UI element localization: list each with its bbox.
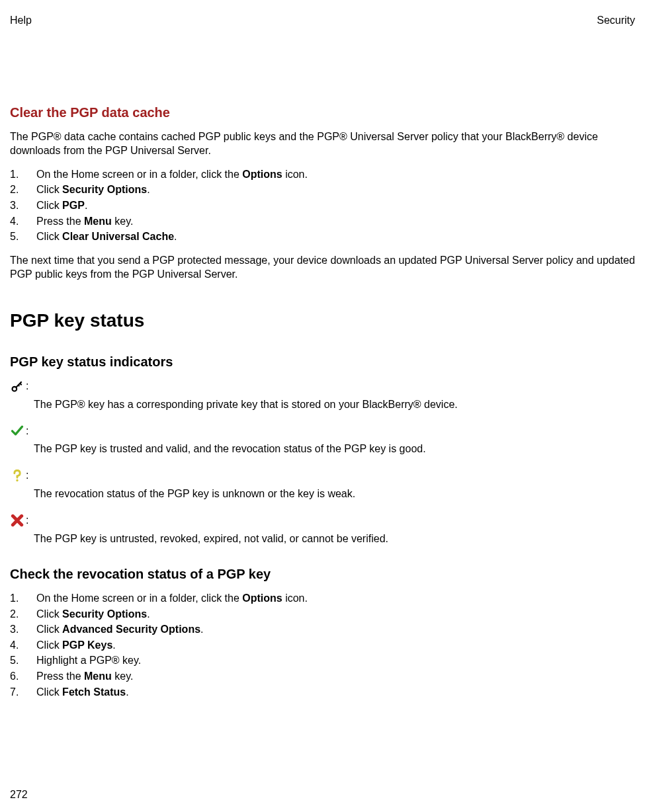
main-heading: PGP key status (10, 308, 635, 333)
step-number: 4. (10, 214, 26, 229)
step-text: key. (112, 670, 134, 682)
indicator-desc: The PGP key is untrusted, revoked, expir… (10, 532, 635, 546)
question-icon (10, 468, 24, 483)
step-bold: Security Options (62, 184, 147, 195)
x-icon (10, 513, 24, 528)
step-bold: Options (242, 592, 282, 604)
step-text: Click (36, 686, 62, 698)
step-item: 4.Click PGP Keys. (10, 638, 635, 653)
indicator-label: : (10, 423, 635, 438)
section1-title: Clear the PGP data cache (10, 104, 635, 122)
step-item: 1.On the Home screen or in a folder, cli… (10, 591, 635, 606)
indicator-label: : (10, 468, 635, 483)
step-number: 1. (10, 167, 26, 182)
step-text: Click (36, 624, 62, 635)
step-text: Click (36, 184, 62, 195)
step-bold: Advanced Security Options (62, 624, 200, 635)
indicator-desc: The revocation status of the PGP key is … (10, 487, 635, 501)
step-item: 7.Click Fetch Status. (10, 685, 635, 700)
svg-line-3 (19, 385, 20, 386)
step-text: . (200, 624, 203, 635)
svg-point-4 (16, 479, 18, 481)
section3-title: Check the revocation status of a PGP key (10, 565, 635, 583)
step-item: 2.Click Security Options. (10, 183, 635, 197)
page-header: Help Security (10, 13, 635, 28)
section1-steps: 1.On the Home screen or in a folder, cli… (10, 167, 635, 244)
svg-line-2 (20, 384, 21, 386)
indicator-row: : The PGP key is untrusted, revoked, exp… (10, 513, 635, 546)
indicator-row: : The PGP key is trusted and valid, and … (10, 423, 635, 456)
step-text: Click (36, 231, 62, 242)
checkmark-icon (10, 423, 24, 438)
step-text: key. (112, 216, 134, 227)
step-number: 2. (10, 183, 26, 197)
step-number: 5. (10, 229, 26, 244)
step-number: 7. (10, 685, 26, 700)
page-number: 272 (10, 788, 28, 802)
step-number: 1. (10, 591, 26, 606)
section1-outro: The next time that you send a PGP protec… (10, 253, 635, 282)
colon-label: : (26, 379, 28, 393)
section1-intro: The PGP® data cache contains cached PGP … (10, 130, 635, 158)
indicator-desc: The PGP key is trusted and valid, and th… (10, 442, 635, 456)
step-item: 5.Click Clear Universal Cache. (10, 229, 635, 244)
step-text: . (85, 200, 87, 211)
indicator-label: : (10, 379, 635, 393)
step-bold: PGP (62, 200, 85, 211)
svg-point-0 (13, 387, 17, 391)
step-bold: Security Options (62, 608, 147, 620)
step-text: Press the (36, 670, 84, 682)
step-bold: Fetch Status (62, 686, 126, 698)
colon-label: : (26, 468, 28, 483)
step-number: 6. (10, 669, 26, 684)
step-text: icon. (282, 592, 308, 604)
indicator-row: : The PGP® key has a corresponding priva… (10, 379, 635, 412)
section2-title: PGP key status indicators (10, 353, 635, 371)
step-item: 5.Highlight a PGP® key. (10, 653, 635, 668)
step-number: 3. (10, 622, 26, 637)
step-bold: Menu (84, 216, 112, 227)
step-text: Highlight a PGP® key. (36, 655, 141, 666)
step-number: 3. (10, 198, 26, 213)
step-item: 1.On the Home screen or in a folder, cli… (10, 167, 635, 182)
step-text: Press the (36, 216, 84, 227)
step-item: 3.Click PGP. (10, 198, 635, 213)
colon-label: : (26, 424, 28, 438)
step-item: 6.Press the Menu key. (10, 669, 635, 684)
step-item: 2.Click Security Options. (10, 607, 635, 622)
step-text: On the Home screen or in a folder, click… (36, 169, 242, 180)
step-text: . (147, 608, 150, 620)
indicator-desc: The PGP® key has a corresponding private… (10, 397, 635, 412)
step-bold: Options (242, 169, 282, 180)
header-right: Security (597, 13, 635, 28)
step-item: 4.Press the Menu key. (10, 214, 635, 229)
step-text: On the Home screen or in a folder, click… (36, 592, 242, 604)
key-icon (10, 379, 24, 393)
step-text: Click (36, 608, 62, 620)
step-text: icon. (282, 169, 308, 180)
step-text: . (174, 231, 177, 242)
colon-label: : (26, 513, 28, 528)
header-left: Help (10, 13, 32, 28)
step-text: . (147, 184, 150, 195)
step-text: . (126, 686, 128, 698)
step-bold: Menu (84, 670, 112, 682)
indicator-label: : (10, 513, 635, 528)
step-text: Click (36, 200, 62, 211)
step-number: 5. (10, 653, 26, 668)
section3-steps: 1.On the Home screen or in a folder, cli… (10, 591, 635, 699)
step-number: 2. (10, 607, 26, 622)
step-number: 4. (10, 638, 26, 653)
step-text: . (112, 639, 115, 651)
step-bold: Clear Universal Cache (62, 231, 174, 242)
indicator-row: : The revocation status of the PGP key i… (10, 468, 635, 501)
step-bold: PGP Keys (62, 639, 112, 651)
step-text: Click (36, 639, 62, 651)
step-item: 3.Click Advanced Security Options. (10, 622, 635, 637)
